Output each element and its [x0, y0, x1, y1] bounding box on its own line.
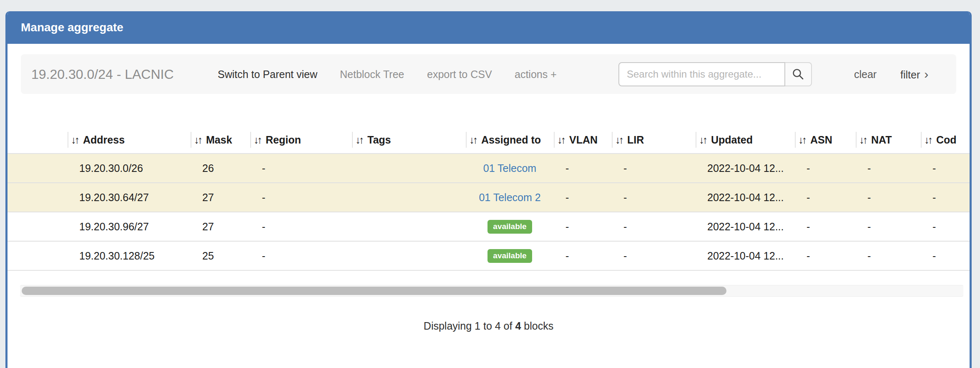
toolbar: 19.20.30.0/24 - LACNIC Switch to Parent …: [21, 54, 956, 94]
column-header-label: Tags: [367, 134, 391, 146]
sort-icon: ↓↑: [469, 134, 476, 146]
column-header-label: LIR: [627, 134, 644, 146]
cell-mask: 27: [191, 212, 250, 241]
cell-blank: [8, 154, 68, 183]
horizontal-scrollbar-track[interactable]: [20, 285, 963, 297]
cell-updated: 2022-10-04 12...: [696, 154, 795, 183]
horizontal-scrollbar-thumb[interactable]: [22, 287, 726, 295]
clear-button[interactable]: clear: [854, 68, 877, 80]
sort-icon: ↓↑: [254, 134, 261, 146]
cell-region: -: [250, 154, 352, 183]
column-header-label: Cod: [936, 134, 957, 146]
cell-lir: -: [612, 212, 696, 241]
assigned-to-link[interactable]: 01 Telecom 2: [479, 192, 540, 203]
actions-menu-button[interactable]: actions +: [515, 68, 557, 80]
cell-address: 19.20.30.64/27: [68, 183, 191, 212]
available-status-badge: available: [487, 220, 532, 234]
sort-icon: ↓↑: [355, 134, 362, 146]
cell-assigned-to: available: [466, 241, 554, 270]
netblock-table-wrap: ↓↑Address↓↑Mask↓↑Region↓↑Tags↓↑Assigned …: [8, 126, 970, 271]
cell-region: -: [250, 183, 352, 212]
pagination-status: Displaying 1 to 4 of 4 blocks: [8, 320, 970, 332]
panel-header: Manage aggregate: [8, 11, 970, 44]
cell-asn: -: [795, 154, 856, 183]
cell-lir: -: [612, 154, 696, 183]
cell-assigned-to: 01 Telecom: [466, 154, 554, 183]
cell-vlan: -: [554, 183, 612, 212]
sort-icon: ↓↑: [699, 134, 706, 146]
cell-blank: [8, 212, 68, 241]
column-header-lir[interactable]: ↓↑LIR: [612, 126, 696, 154]
netblock-table: ↓↑Address↓↑Mask↓↑Region↓↑Tags↓↑Assigned …: [8, 126, 970, 271]
cell-blank: [8, 241, 68, 270]
column-header-tags[interactable]: ↓↑Tags: [352, 126, 466, 154]
column-header-label: Address: [83, 134, 125, 146]
column-header-region[interactable]: ↓↑Region: [250, 126, 352, 154]
column-header-label: Mask: [206, 134, 232, 146]
column-header-label: Assigned to: [481, 134, 541, 146]
cell-region: -: [250, 241, 352, 270]
column-header-label: VLAN: [569, 134, 598, 146]
column-header-label: Updated: [711, 134, 753, 146]
cell-assigned-to: 01 Telecom 2: [466, 183, 554, 212]
column-header-address[interactable]: ↓↑Address: [68, 126, 191, 154]
cell-mask: 25: [191, 241, 250, 270]
column-header-label: NAT: [871, 134, 892, 146]
cell-nat: -: [856, 183, 921, 212]
cell-nat: -: [856, 241, 921, 270]
cell-region: -: [250, 212, 352, 241]
column-header-label: Region: [266, 134, 301, 146]
search-input[interactable]: [618, 62, 785, 86]
cell-address: 19.20.30.0/26: [68, 154, 191, 183]
column-header-mask[interactable]: ↓↑Mask: [191, 126, 250, 154]
table-row: 19.20.30.128/2525-available--2022-10-04 …: [8, 241, 970, 270]
pagination-total: 4: [515, 320, 521, 332]
cell-code: -: [921, 183, 970, 212]
manage-aggregate-panel: Manage aggregate 19.20.30.0/24 - LACNIC …: [5, 11, 972, 368]
cell-address: 19.20.30.128/25: [68, 241, 191, 270]
table-row: 19.20.30.0/2626-01 Telecom--2022-10-04 1…: [8, 154, 970, 183]
export-to-csv-button[interactable]: export to CSV: [427, 68, 492, 80]
sort-icon: ↓↑: [194, 134, 201, 146]
pagination-text-before: Displaying 1 to 4 of: [424, 320, 515, 332]
filter-button[interactable]: filter›: [900, 67, 928, 81]
column-header-nat[interactable]: ↓↑NAT: [856, 126, 921, 154]
pagination-text-after: blocks: [521, 320, 553, 332]
cell-updated: 2022-10-04 12...: [696, 212, 795, 241]
column-header-updated[interactable]: ↓↑Updated: [696, 126, 795, 154]
cell-asn: -: [795, 212, 856, 241]
cell-code: -: [921, 154, 970, 183]
cell-nat: -: [856, 154, 921, 183]
available-status-badge: available: [487, 249, 532, 263]
cell-blank: [8, 183, 68, 212]
column-header-assigned-to[interactable]: ↓↑Assigned to: [466, 126, 554, 154]
search-button[interactable]: [785, 62, 812, 86]
page-title: Manage aggregate: [21, 21, 123, 34]
cell-address: 19.20.30.96/27: [68, 212, 191, 241]
column-header-cod[interactable]: ↓↑Cod: [921, 126, 970, 154]
search-icon: [792, 68, 805, 81]
switch-to-parent-view-button[interactable]: Switch to Parent view: [218, 68, 317, 80]
cell-tags: [352, 183, 466, 212]
cell-nat: -: [856, 212, 921, 241]
cell-vlan: -: [554, 212, 612, 241]
cell-mask: 27: [191, 183, 250, 212]
cell-tags: [352, 241, 466, 270]
sort-icon: ↓↑: [71, 134, 78, 146]
column-header-vlan[interactable]: ↓↑VLAN: [554, 126, 612, 154]
cell-tags: [352, 154, 466, 183]
cell-lir: -: [612, 241, 696, 270]
column-header-asn[interactable]: ↓↑ASN: [795, 126, 856, 154]
search-box: [618, 62, 812, 86]
chevron-right-icon: ›: [924, 67, 928, 81]
cell-code: -: [921, 212, 970, 241]
cell-assigned-to: available: [466, 212, 554, 241]
netblock-tree-button[interactable]: Netblock Tree: [340, 68, 404, 80]
sort-icon: ↓↑: [615, 134, 622, 146]
assigned-to-link[interactable]: 01 Telecom: [483, 162, 536, 174]
cell-asn: -: [795, 183, 856, 212]
column-header-blank: [8, 126, 68, 154]
cell-updated: 2022-10-04 12...: [696, 241, 795, 270]
cell-vlan: -: [554, 154, 612, 183]
cell-updated: 2022-10-04 12...: [696, 183, 795, 212]
